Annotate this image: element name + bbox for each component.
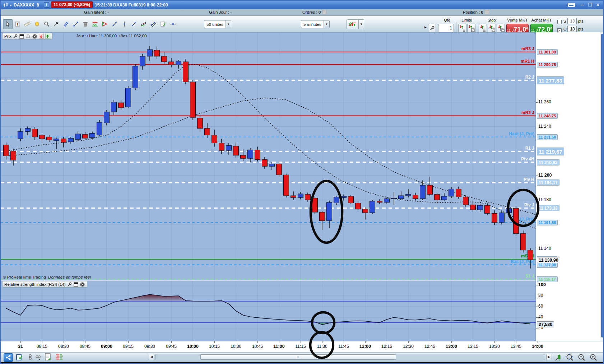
time-tickmark: [20, 341, 21, 343]
horizontal-line-tool[interactable]: [168, 19, 177, 29]
instrument-dropdown-caret[interactable]: ▼: [9, 4, 12, 7]
vertical-scrollbar[interactable]: [600, 32, 604, 341]
orderbook-icon[interactable]: [55, 354, 64, 362]
timeframe-dropdown[interactable]: 5 minutes▼: [301, 20, 330, 28]
timeframe-dropdown-caret[interactable]: ▼: [324, 20, 329, 28]
chart-plot-area[interactable]: mR3 JmR1 HR2 JmR2 JHaut (J, Pré)R1 JPiv …: [1, 32, 536, 341]
price-close-icon[interactable]: [32, 34, 37, 39]
text-tool[interactable]: T: [13, 19, 22, 29]
sell-mkt-button[interactable]: 11 071,00: [506, 24, 529, 33]
minimize-button[interactable]: ─: [578, 2, 586, 8]
rsi-settings-icon[interactable]: [67, 282, 72, 287]
stop-trailing-button[interactable]: [497, 24, 505, 33]
time-label: 08:45: [75, 344, 95, 349]
delete-tool[interactable]: [80, 19, 90, 29]
o-pts-label: pts: [578, 27, 584, 31]
realtime-note: Données en temps réel: [48, 275, 91, 279]
account-bar: Gain latent : - Gain Jour : - Ordres : 0…: [1, 9, 603, 16]
share-button[interactable]: [4, 353, 13, 362]
price-alarm-icon[interactable]: [26, 34, 31, 39]
units-dropdown-caret[interactable]: ▼: [226, 20, 231, 28]
scroll-right-button[interactable]: ▶: [546, 354, 552, 360]
limit-order-chart-button[interactable]: [467, 24, 475, 33]
vertical-line-tool[interactable]: [119, 19, 129, 29]
rsi-tickmark: [536, 285, 538, 285]
s-points-input[interactable]: [567, 18, 577, 24]
rsi-window-icon[interactable]: [74, 282, 79, 287]
time-tickmark: [365, 341, 366, 343]
channel-tool[interactable]: [90, 19, 100, 29]
time-label: 09:45: [161, 344, 181, 349]
parallel-lines-tool[interactable]: [61, 19, 71, 29]
report-icon[interactable]: [45, 353, 52, 363]
units-dropdown[interactable]: 50 unités▼: [204, 20, 231, 28]
chart-type-button[interactable]: ▼: [347, 19, 364, 29]
scroll-left-button[interactable]: ◀: [149, 354, 154, 360]
alarm-tool[interactable]: [32, 19, 42, 29]
zoom-in-icon[interactable]: [589, 353, 598, 363]
day-high-low-info: Jour :+Haut 11 306,00 +Bas 11 062,00: [76, 34, 147, 38]
order-panel-expander[interactable]: ►: [424, 25, 427, 29]
session-info: 15:21:39 DAX30 Full0319 8:00-22:00: [95, 3, 168, 8]
time-tickmark: [451, 341, 452, 343]
time-tickmark: [430, 341, 430, 343]
vertical-scrollbar-thumb[interactable]: [601, 34, 604, 337]
orders-list-icon[interactable]: [322, 10, 326, 14]
position-list-icon[interactable]: [485, 10, 489, 14]
price-settings-icon[interactable]: [13, 34, 18, 39]
position-count: 0: [481, 10, 483, 14]
parallel-trend-tool[interactable]: [148, 19, 158, 29]
ruler-tool[interactable]: [22, 19, 32, 29]
time-tickmark: [128, 341, 129, 343]
info-icon[interactable]: i: [44, 2, 49, 8]
settings-tool[interactable]: [51, 19, 61, 29]
order-settings-button[interactable]: [428, 24, 436, 33]
time-label: 11:00: [269, 344, 289, 349]
restore-button[interactable]: ❐: [586, 2, 594, 8]
limit-order-book-button[interactable]: [458, 24, 466, 33]
multi-trend-tool[interactable]: [139, 19, 148, 29]
rsi-tickmark: [536, 328, 538, 328]
zoom-tool[interactable]: [42, 19, 51, 29]
stop-order-chart-button[interactable]: [488, 24, 496, 33]
price-tickmark: [536, 249, 538, 249]
level-badge-piv-h: 11 194,17: [537, 179, 559, 186]
level-badge-r1-j: 11 219,67: [537, 148, 564, 155]
rsi-tickmark: [536, 296, 538, 296]
time-axis: 3108:1508:3008:4509:0009:1509:3009:4510:…: [1, 341, 603, 352]
trendline-tool[interactable]: [110, 19, 119, 29]
price-tick: 11 240: [538, 124, 551, 129]
link-vertical-icon[interactable]: [27, 354, 33, 362]
qty-input[interactable]: [438, 24, 454, 32]
stop-order-book-button[interactable]: [479, 24, 487, 33]
rsi-close-icon[interactable]: [80, 282, 85, 287]
o-points-input[interactable]: [567, 26, 577, 32]
pointer-tool[interactable]: [3, 19, 13, 29]
orders-label: Ordres : 0: [302, 10, 326, 14]
keyboard-icon[interactable]: [567, 2, 575, 9]
chart-list-button[interactable]: [15, 353, 24, 362]
close-button[interactable]: ✕: [594, 2, 602, 8]
rsi-panel-title: Relative strength index (RSI) (14): [4, 282, 66, 286]
time-tickmark: [301, 341, 301, 343]
price-sell-arrow-icon[interactable]: [39, 34, 44, 39]
candle-settings-icon[interactable]: [555, 354, 563, 363]
buy-mkt-button[interactable]: 11 072,00: [530, 24, 553, 33]
svg-text:mR3 J: mR3 J: [521, 46, 534, 51]
segment-tool[interactable]: [71, 19, 80, 29]
price-buy-arrow-icon[interactable]: [45, 34, 50, 39]
time-tickmark: [257, 341, 258, 343]
horizontal-scrollbar[interactable]: ≡: [155, 354, 545, 360]
zoom-range-icon[interactable]: [565, 353, 575, 363]
chart-type-caret[interactable]: ▼: [359, 19, 364, 29]
triangle-pattern-tool[interactable]: [100, 19, 110, 29]
short-segment-tool[interactable]: [129, 19, 139, 29]
price-window-icon[interactable]: [19, 34, 24, 39]
zoom-out-icon[interactable]: [577, 353, 586, 363]
price-tickmark: [536, 176, 538, 176]
s-pts-label: pts: [578, 19, 584, 23]
link-horizontal-icon[interactable]: [35, 354, 41, 362]
stop-order-checkbox[interactable]: [557, 19, 562, 25]
horizontal-scrollbar-thumb[interactable]: ≡: [200, 354, 396, 360]
annotation-tool[interactable]: [158, 19, 168, 29]
